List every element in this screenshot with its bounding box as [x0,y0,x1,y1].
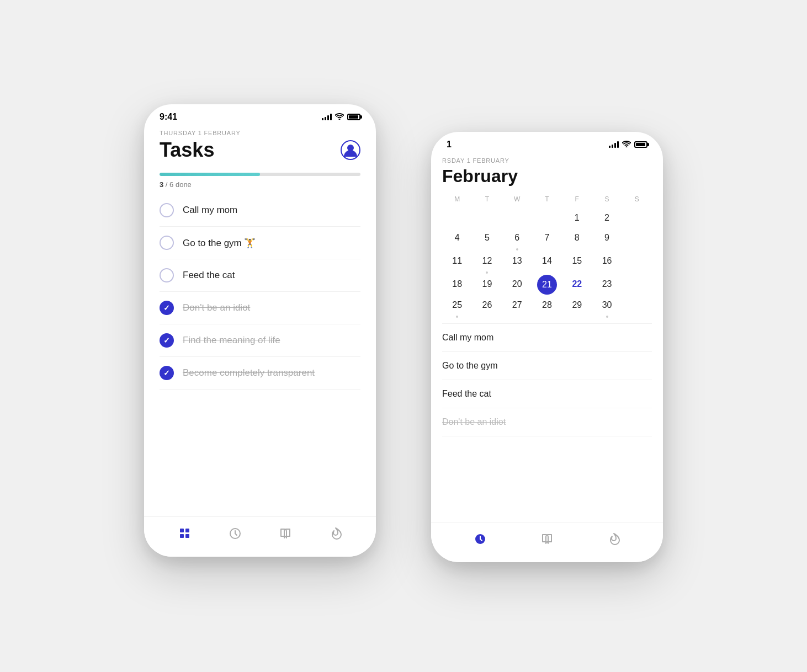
wifi-icon-1 [335,113,344,121]
cal-day-empty1 [442,209,472,227]
cal-day-19[interactable]: 19 [480,275,495,294]
cal-day-2-wrap: 2 [592,209,622,227]
cal-day-14-wrap: 14 [532,252,562,274]
cal-day-20[interactable]: 20 [510,275,524,294]
phone1-content: THURSDAY 1 FEBRUARY Tasks 3 [144,130,376,390]
cal-day-empty7 [622,252,652,274]
cal-day-28-wrap: 28 [532,296,562,318]
task-item-cat[interactable]: Feed the cat [160,259,360,292]
cal-dot-30 [606,316,608,318]
nav2-book-icon[interactable] [539,531,555,547]
nav2-clock-icon[interactable] [472,531,488,547]
nav2-fire-icon[interactable] [606,531,622,547]
task-label-meaning: Find the meaning of life [183,335,280,346]
status-bar-2: 1 [431,132,663,153]
cal-day-empty8 [622,275,652,295]
cal-title: February [442,166,652,186]
status-time-1: 9:41 [160,112,177,122]
cal-day-12[interactable]: 12 [480,252,495,270]
cal-day-1[interactable]: 1 [572,209,582,227]
avatar-icon[interactable] [341,140,360,160]
cal-day-25-wrap: 25 [442,296,472,318]
cal-day-29[interactable]: 29 [570,296,584,314]
bottom-nav-1 [144,516,376,557]
task-label-gym: Go to the gym 🏋️ [183,237,256,249]
progress-text: 3 / 6 done [160,180,360,189]
cal-task-gym[interactable]: Go to the gym [442,352,652,380]
nav-fire-icon[interactable] [328,526,343,541]
weekday-t1: T [472,193,502,205]
cal-day-empty6 [622,228,652,250]
cal-day-4[interactable]: 4 [453,228,462,247]
task-item-gym[interactable]: Go to the gym 🏋️ [160,227,360,259]
task-item-meaning[interactable]: ✓ Find the meaning of life [160,324,360,357]
cal-day-25[interactable]: 25 [450,296,464,314]
cal-day-18[interactable]: 18 [450,275,464,294]
status-time-2: 1 [447,140,452,150]
cal-weekdays: M T W T F S S [442,193,652,205]
weekday-f: F [562,193,592,205]
cal-day-9[interactable]: 9 [602,228,612,247]
svg-rect-5 [185,534,189,538]
calendar-content: RSDAY 1 FEBRUARY February M T W T F S S … [431,157,663,436]
task-label-call-mom: Call my mom [183,205,237,216]
cal-day-5[interactable]: 5 [482,228,492,247]
task-list: Call my mom Go to the gym 🏋️ Feed the ca… [160,194,360,390]
cal-task-idiot[interactable]: Don't be an idiot [442,408,652,436]
cal-dot-6 [516,248,518,250]
cal-day-22[interactable]: 22 [570,275,584,294]
svg-rect-3 [180,534,184,538]
task-label-transparent: Become completely transparent [183,367,315,378]
cal-day-26-wrap: 26 [472,296,502,318]
progress-track [160,173,360,176]
cal-day-21[interactable]: 21 [537,275,557,295]
cal-day-23[interactable]: 23 [600,275,614,294]
cal-day-4-wrap: 4 [442,228,472,250]
cal-day-empty5 [622,209,652,227]
cal-day-2[interactable]: 2 [602,209,612,227]
cal-day-11[interactable]: 11 [450,252,464,270]
nav-tasks-icon[interactable] [177,526,193,541]
phone-tasks: 9:41 THURSDAY 1 FEBRUARY Task [144,104,376,557]
cal-day-13[interactable]: 13 [510,252,524,270]
weekday-t2: T [532,193,562,205]
task-checkbox-gym[interactable] [160,236,174,250]
cal-day-8[interactable]: 8 [572,228,582,247]
nav-clock-icon[interactable] [227,526,243,541]
svg-rect-4 [185,529,189,532]
task-item-transparent[interactable]: ✓ Become completely transparent [160,357,360,390]
nav-book-icon[interactable] [278,526,293,541]
cal-day-30[interactable]: 30 [600,296,614,314]
cal-day-15[interactable]: 15 [570,252,584,270]
cal-day-27[interactable]: 27 [510,296,524,314]
checkmark-transparent: ✓ [163,369,170,377]
cal-date-label: RSDAY 1 FEBRUARY [442,157,652,164]
cal-day-empty9 [622,296,652,318]
task-item-call-mom[interactable]: Call my mom [160,194,360,227]
battery-icon-1 [347,114,360,120]
page-title-1: Tasks [160,138,214,162]
task-checkbox-transparent[interactable]: ✓ [160,366,174,380]
task-item-idiot[interactable]: ✓ Don't be an idiot [160,292,360,324]
weekday-s2: S [622,193,652,205]
task-checkbox-idiot[interactable]: ✓ [160,301,174,315]
cal-day-26[interactable]: 26 [480,296,495,314]
checkmark-idiot: ✓ [163,303,170,312]
cal-task-call-mom[interactable]: Call my mom [442,324,652,352]
cal-day-20-wrap: 20 [502,275,532,295]
cal-day-16[interactable]: 16 [600,252,614,270]
task-checkbox-meaning[interactable]: ✓ [160,333,174,348]
svg-rect-2 [180,529,184,532]
cal-day-14[interactable]: 14 [540,252,554,270]
task-checkbox-call-mom[interactable] [160,203,174,217]
cal-day-9-wrap: 9 [592,228,622,250]
cal-task-list: Call my mom Go to the gym Feed the cat D… [442,323,652,436]
cal-day-6[interactable]: 6 [512,228,522,247]
phone-calendar: 1 RSDAY 1 FEBRUARY February [431,132,663,562]
cal-day-7[interactable]: 7 [543,228,552,247]
cal-dot-12 [486,271,488,274]
cal-day-28[interactable]: 28 [540,296,554,314]
cal-day-empty3 [502,209,532,227]
task-checkbox-cat[interactable] [160,268,174,282]
cal-task-cat[interactable]: Feed the cat [442,380,652,408]
